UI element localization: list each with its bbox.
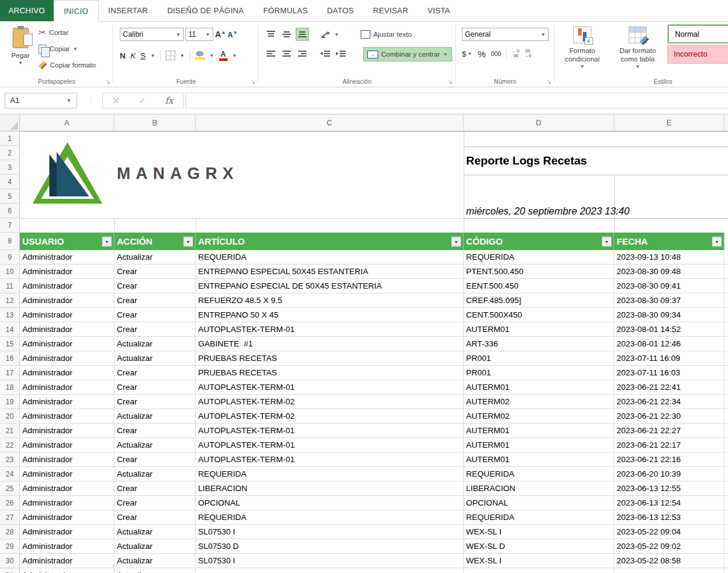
currency-button[interactable]: $▼ (462, 49, 472, 58)
cell[interactable]: AUTERM01 (464, 452, 614, 467)
formula-bar-splitter[interactable]: ⋮ (88, 96, 95, 104)
row-header-4[interactable]: 4 (0, 175, 20, 189)
cell[interactable]: Crear (114, 424, 196, 438)
row-header-28[interactable]: 28 (0, 525, 20, 539)
cell[interactable]: Actualizar (114, 438, 196, 452)
row-header-7[interactable]: 7 (0, 218, 20, 233)
cell[interactable]: Administrador (20, 279, 114, 293)
select-all-corner[interactable] (0, 114, 20, 131)
cell[interactable]: 2023-06-21 22:41 (614, 380, 724, 395)
cell[interactable]: Administrador (20, 337, 114, 351)
cell[interactable]: Crear (114, 380, 196, 395)
cell[interactable]: REQUERIDA (464, 510, 614, 525)
cell[interactable]: Administrador (20, 554, 114, 568)
name-box[interactable]: A1 ▼ (5, 93, 77, 108)
cell[interactable]: PR001 (464, 351, 614, 366)
cell[interactable]: 2023-06-21 22:16 (614, 452, 724, 467)
filter-dropdown-button[interactable]: ▼ (183, 236, 193, 246)
align-left-button[interactable] (264, 48, 278, 61)
comma-style-button[interactable]: 000 (491, 51, 502, 57)
tab-insertar[interactable]: INSERTAR (99, 0, 158, 21)
cell[interactable]: AUTERM02 (464, 409, 614, 424)
cell[interactable]: Administrador (20, 322, 114, 337)
cell[interactable]: AUTOPLASTEK-TERM-01 (196, 452, 464, 467)
cell[interactable]: Actualizar (114, 337, 196, 351)
row-header-11[interactable]: 11 (0, 279, 20, 293)
cell[interactable] (614, 568, 724, 573)
column-header-d[interactable]: D (464, 114, 614, 131)
row-header-8[interactable]: 8 (0, 233, 20, 250)
font-color-button[interactable]: A (219, 51, 228, 61)
cell[interactable]: Actualizar (114, 250, 196, 265)
cell[interactable]: Administrador (20, 308, 114, 322)
cell[interactable]: Crear (114, 265, 196, 279)
cell[interactable]: 2023-07-11 16:03 (614, 366, 724, 380)
cell[interactable]: Administrador (20, 568, 114, 573)
cell[interactable]: 2023-08-01 14:52 (614, 322, 724, 337)
increase-font-button[interactable]: A▲ (215, 30, 226, 39)
cell[interactable]: 2023-06-20 10:39 (614, 467, 724, 481)
align-right-button[interactable] (296, 48, 309, 61)
increase-decimal-button[interactable]: ←000 (512, 49, 519, 58)
cell[interactable]: Administrador (20, 409, 114, 424)
formula-input[interactable] (185, 93, 728, 108)
cell[interactable]: Crear (114, 510, 196, 525)
cell[interactable]: SL07530 I (196, 525, 464, 539)
cell[interactable]: PRUEBAS RECETAS (196, 366, 464, 380)
cell[interactable]: REQUERIDA (464, 250, 614, 265)
cell[interactable]: AUTOPLASTEK-TERM-01 (196, 322, 464, 337)
row-header-18[interactable]: 18 (0, 380, 20, 395)
cell[interactable]: AUTOPLASTEK-TERM-01 (196, 380, 464, 395)
cell[interactable]: ENTREPANO ESPECIAL 50X45 ESTANTERIA (196, 265, 464, 279)
cell[interactable]: Actualizar (114, 351, 196, 366)
decrease-decimal-button[interactable]: 00→0 (524, 49, 531, 58)
tab-dise-o-de-p-gina[interactable]: DISEÑO DE PÁGINA (158, 0, 254, 21)
cell[interactable]: REQUERIDA (196, 250, 464, 265)
cell[interactable]: 2023-09-13 10:48 (614, 250, 724, 265)
cell[interactable]: AUTERM02 (464, 395, 614, 409)
font-size-select[interactable]: 11▼ (185, 28, 213, 41)
filter-dropdown-button[interactable]: ▼ (451, 236, 461, 246)
row-header-1[interactable]: 1 (0, 131, 20, 146)
row-header-10[interactable]: 10 (0, 265, 20, 279)
cell[interactable]: 2023-08-30 09:37 (614, 293, 724, 308)
column-header-c[interactable]: C (196, 114, 464, 131)
format-painter-button[interactable]: Copiar formato (39, 59, 96, 71)
row-header-9[interactable]: 9 (0, 250, 20, 265)
row-header-2[interactable]: 2 (0, 146, 20, 160)
cell[interactable]: AUTOPLASTEK-TERM-01 (196, 438, 464, 452)
row-header-14[interactable]: 14 (0, 322, 20, 337)
cell[interactable]: AUTERM01 (464, 380, 614, 395)
row-header-27[interactable]: 27 (0, 510, 20, 525)
cell[interactable]: Actualizar (114, 554, 196, 568)
row-header-29[interactable]: 29 (0, 539, 20, 554)
font-name-select[interactable]: Calibri▼ (120, 28, 184, 41)
italic-button[interactable]: K (130, 51, 135, 60)
copy-button[interactable]: Copiar ▼ (39, 43, 96, 55)
cell[interactable]: Administrador (20, 481, 114, 496)
dialog-launcher-icon[interactable]: ↘ (105, 79, 110, 85)
cut-button[interactable]: ✂ Cortar (39, 27, 96, 39)
cell[interactable]: AUTOPLASTEK-TERM-01 (196, 424, 464, 438)
cell[interactable]: REQUERIDA (196, 467, 464, 481)
row-header-20[interactable]: 20 (0, 409, 20, 424)
column-header-b[interactable]: B (114, 114, 196, 131)
cell[interactable]: AUTERM01 (464, 322, 614, 337)
cell[interactable]: Actualizar (114, 539, 196, 554)
row-header-21[interactable]: 21 (0, 424, 20, 438)
cell[interactable]: EENT.500.450 (464, 279, 614, 293)
row-header-12[interactable]: 12 (0, 293, 20, 308)
wrap-text-button[interactable]: Ajustar texto (357, 27, 415, 42)
row-header-6[interactable]: 6 (0, 204, 20, 218)
cell[interactable]: Crear (114, 496, 196, 510)
row-header-5[interactable]: 5 (0, 189, 20, 204)
cell[interactable]: LIBERACION (196, 481, 464, 496)
fill-color-button[interactable] (195, 51, 205, 60)
row-header-3[interactable]: 3 (0, 160, 20, 175)
cell[interactable]: GABINETE #1 (196, 337, 464, 351)
dialog-launcher-icon[interactable]: ↘ (448, 79, 453, 85)
cell[interactable]: 2023-05-22 09:02 (614, 539, 724, 554)
row-header-22[interactable]: 22 (0, 438, 20, 452)
cell[interactable]: PR001 (464, 366, 614, 380)
merge-center-button[interactable]: ↔ Combinar y centrar ▼ (363, 47, 452, 61)
